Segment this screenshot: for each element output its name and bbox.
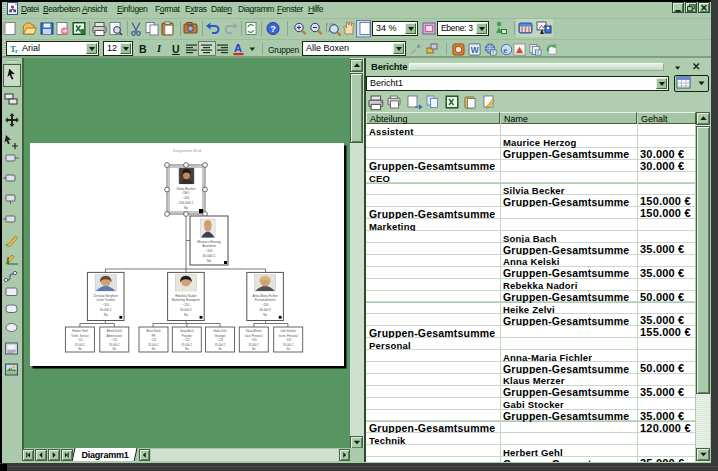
svg-text:No: No [78,347,82,351]
svg-text:Maurice Herzog: Maurice Herzog [197,240,220,244]
svg-text:150.000 €: 150.000 € [179,201,194,205]
svg-text:30.000 €: 30.000 € [100,308,112,312]
svg-text:~123: ~123 [217,338,224,342]
svg-text:~101: ~101 [182,196,190,200]
svg-text:~111: ~111 [77,338,83,342]
svg-text:Marketing Managerin: Marketing Managerin [172,298,201,302]
svg-text:Strategie: Strategie [215,334,226,338]
svg-text:Anna Kelski: Anna Kelski [146,329,161,333]
svg-text:A: A [234,42,242,54]
svg-text:Leiter Technik: Leiter Technik [96,298,115,302]
svg-text:35.000 €: 35.000 € [249,343,260,347]
svg-text:Christian Berghorn: Christian Berghorn [93,294,118,298]
svg-text:~110: ~110 [102,303,109,307]
svg-text:kauf. Personal: kauf. Personal [245,334,263,338]
svg-text:No: No [218,347,222,351]
svg-text:~120: ~120 [183,303,190,307]
svg-text:No: No [113,347,117,351]
svg-text:30.000 €: 30.000 € [203,254,216,258]
svg-text:Silvia Becker: Silvia Becker [176,187,196,191]
svg-text:30.000 €: 30.000 € [180,308,192,312]
svg-text:Klaus Merzer: Klaus Merzer [246,329,262,333]
svg-text:Alfred Sichel: Alfred Sichel [107,329,122,333]
svg-text:e: e [503,45,507,55]
svg-text:CEO: CEO [182,191,190,195]
svg-text:~122: ~122 [184,338,191,342]
svg-text:techn. Personal: techn. Personal [279,334,298,338]
svg-text:35.000 €: 35.000 € [215,343,226,347]
svg-text:Projekte: Projekte [182,334,192,338]
svg-text:n: n [492,50,495,55]
svg-text:Anna-Maria Fichler: Anna-Maria Fichler [252,294,277,298]
svg-text:~132: ~132 [285,338,292,342]
svg-text:35.000 €: 35.000 € [182,343,193,347]
svg-text:No: No [185,347,189,351]
svg-text:No: No [286,347,290,351]
svg-text:No: No [263,313,267,317]
svg-text:Administrator: Administrator [106,334,122,338]
svg-text:Techn. Service: Techn. Service [71,334,89,338]
svg-text:No: No [104,313,108,317]
svg-text:No: No [207,259,211,263]
svg-text:Gabi Stocker: Gabi Stocker [280,329,296,333]
svg-text:PR: PR [152,334,156,338]
svg-text:Rebekka Nadori: Rebekka Nadori [175,294,197,298]
svg-text:Heike Zelvi: Heike Zelvi [213,329,227,333]
svg-text:n: n [537,50,540,55]
svg-text:Sonja Bach: Sonja Bach [180,329,194,333]
svg-text:35.000 €: 35.000 € [148,343,159,347]
svg-text:~102: ~102 [205,249,213,253]
svg-text:35.000 €: 35.000 € [283,343,294,347]
svg-text:30.000 €: 30.000 € [259,308,271,312]
svg-text:~121: ~121 [150,338,157,342]
svg-text:35.000 €: 35.000 € [109,343,120,347]
svg-text:Assistent: Assistent [202,244,215,248]
svg-text:35.000 €: 35.000 € [75,343,86,347]
svg-text:Diagramm End: Diagramm End [173,148,202,153]
svg-text:~131: ~131 [251,338,258,342]
svg-text:No: No [184,313,188,317]
svg-text:Herbert Gehl: Herbert Gehl [72,329,88,333]
svg-text:No: No [252,347,256,351]
svg-text:No: No [152,347,156,351]
svg-text:No: No [184,206,188,210]
svg-text:Personalleiterin: Personalleiterin [255,298,276,302]
svg-text:~130: ~130 [262,303,269,307]
svg-text:W: W [471,45,479,55]
svg-text:~112: ~112 [111,338,117,342]
